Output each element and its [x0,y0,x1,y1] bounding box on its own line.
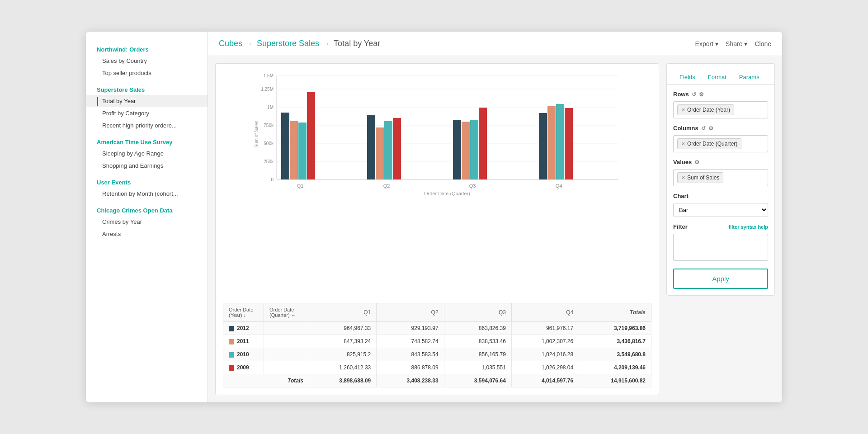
col-year: Order Date(Year) ↓ [223,303,264,322]
sidebar-item[interactable]: Recent high-priority ordere... [86,119,208,132]
clone-button[interactable]: Clone [755,40,771,47]
svg-rect-35 [565,108,573,179]
sidebar-item[interactable]: Profit by Category [86,107,208,119]
values-settings-icon[interactable]: ⚙ [694,159,699,165]
table-row: 2012 964,967.33 929,193.97 863,826.39 96… [223,322,651,335]
sidebar-item[interactable]: Total by Year [86,95,208,107]
sidebar: Northwind: OrdersSales by CountryTop sel… [86,32,208,402]
export-button[interactable]: Export ▾ [695,40,718,47]
data-table-container: Order Date(Year) ↓ Order Date(Quarter) ←… [216,303,659,395]
columns-title: Columns [673,125,698,132]
svg-text:0: 0 [271,177,274,182]
svg-rect-19 [298,123,307,179]
tab-params[interactable]: Params [733,70,766,84]
values-tag-remove[interactable]: ✕ [681,175,685,181]
col-q3: Q3 [444,303,511,322]
svg-text:250k: 250k [264,159,274,164]
table-row: 2009 1,260,412.33 886,878.09 1,035,551 1… [223,361,651,374]
values-tag-label: Sum of Sales [687,175,719,181]
col-quarter: Order Date(Quarter) ← [264,303,309,322]
breadcrumb-arrow1: → [246,40,253,48]
values-tag: ✕ Sum of Sales [677,172,723,183]
col-q2: Q2 [377,303,444,322]
columns-tag-label: Order Date (Quarter) [687,141,737,147]
filter-input[interactable] [673,234,768,261]
svg-text:1.5M: 1.5M [264,73,274,78]
svg-rect-34 [556,104,564,179]
columns-settings-icon[interactable]: ⚙ [708,125,713,132]
rows-tag: ✕ Order Date (Year) [677,104,734,115]
sidebar-group: Superstore SalesTotal by YearProfit by C… [86,83,208,132]
columns-tag-remove[interactable]: ✕ [681,141,685,147]
totals-row: Totals 3,898,688.09 3,408,238.33 3,594,0… [223,374,651,387]
table-row: 2010 825,915.2 843,583.54 856,165.79 1,0… [223,348,651,361]
sidebar-group-title[interactable]: User Events [86,175,208,188]
chart-section: Chart Bar Line Pie Area [673,193,768,217]
sidebar-item[interactable]: Retention by Month (cohort... [86,188,208,200]
svg-text:Q1: Q1 [297,183,304,189]
breadcrumb-arrow2: → [323,40,330,48]
sidebar-group: Chicago Crimes Open DataCrimes by YearAr… [86,203,208,240]
svg-rect-22 [367,115,375,179]
breadcrumb-store[interactable]: Superstore Sales [257,39,319,48]
columns-refresh-icon[interactable]: ↺ [701,125,706,132]
svg-rect-29 [470,120,478,179]
breadcrumb: Cubes → Superstore Sales → Total by Year [219,39,380,48]
chart-area: 0 250k 500k 750k 1M 1.25M 1.5M Sum of Sa… [216,64,659,303]
tabs: Fields Format Params [673,70,768,84]
svg-rect-27 [453,120,461,179]
sidebar-group-title[interactable]: Chicago Crimes Open Data [86,203,208,216]
svg-rect-24 [384,121,392,179]
col-totals: Totals [579,303,651,322]
sidebar-group-title[interactable]: American Time Use Survey [86,135,208,147]
col-q4: Q4 [511,303,579,322]
rows-tag-container: ✕ Order Date (Year) [673,101,768,118]
col-q1: Q1 [309,303,377,322]
filter-section: Filter filter syntax help [673,223,768,262]
tabs-card: Fields Format Params Rows ↺ ⚙ [666,63,775,296]
rows-tag-remove[interactable]: ✕ [681,107,685,113]
svg-rect-18 [290,121,298,179]
svg-text:Sum of Sales: Sum of Sales [254,121,259,147]
svg-text:1M: 1M [267,105,274,110]
sidebar-item[interactable]: Crimes by Year [86,216,208,228]
svg-text:750k: 750k [264,123,274,128]
chart-type-select[interactable]: Bar Line Pie Area [673,203,768,217]
sidebar-item[interactable]: Shopping and Earnings [86,160,208,172]
rows-title: Rows [673,91,689,98]
right-panel: Fields Format Params Rows ↺ ⚙ [666,63,775,395]
columns-section: Columns ↺ ⚙ ✕ Order Date (Quarter) [673,125,768,152]
rows-refresh-icon[interactable]: ↺ [692,91,696,98]
svg-rect-25 [393,118,401,179]
svg-rect-33 [547,106,556,179]
tab-fields[interactable]: Fields [673,70,702,84]
apply-button[interactable]: Apply [673,269,768,289]
columns-tag-container: ✕ Order Date (Quarter) [673,135,768,152]
main-content: Cubes → Superstore Sales → Total by Year… [208,32,782,402]
svg-text:Q2: Q2 [383,183,390,189]
share-button[interactable]: Share ▾ [726,40,747,47]
sidebar-item[interactable]: Top seller products [86,67,208,79]
svg-rect-23 [376,127,384,179]
sidebar-item[interactable]: Sleeping by Age Range [86,147,208,160]
chart-title: Chart [673,193,689,199]
svg-text:1.25M: 1.25M [261,87,274,92]
sidebar-item[interactable]: Arrests [86,228,208,240]
sidebar-group-title[interactable]: Northwind: Orders [86,42,208,55]
tab-format[interactable]: Format [702,70,733,84]
chart-panel: 0 250k 500k 750k 1M 1.25M 1.5M Sum of Sa… [215,63,659,395]
filter-title: Filter [673,223,688,230]
data-table: Order Date(Year) ↓ Order Date(Quarter) ←… [223,303,651,387]
filter-help-link[interactable]: filter syntax help [729,224,768,230]
rows-settings-icon[interactable]: ⚙ [699,91,704,98]
sidebar-group: Northwind: OrdersSales by CountryTop sel… [86,42,208,79]
values-title: Values [673,159,692,165]
sidebar-group-title[interactable]: Superstore Sales [86,83,208,95]
sidebar-item[interactable]: Sales by Country [86,55,208,67]
sidebar-group: American Time Use SurveySleeping by Age … [86,135,208,172]
svg-text:500k: 500k [264,141,274,146]
svg-text:Q4: Q4 [556,183,562,189]
columns-tag: ✕ Order Date (Quarter) [677,138,741,149]
header-actions: Export ▾ Share ▾ Clone [695,40,771,47]
breadcrumb-cubes[interactable]: Cubes [219,39,242,48]
